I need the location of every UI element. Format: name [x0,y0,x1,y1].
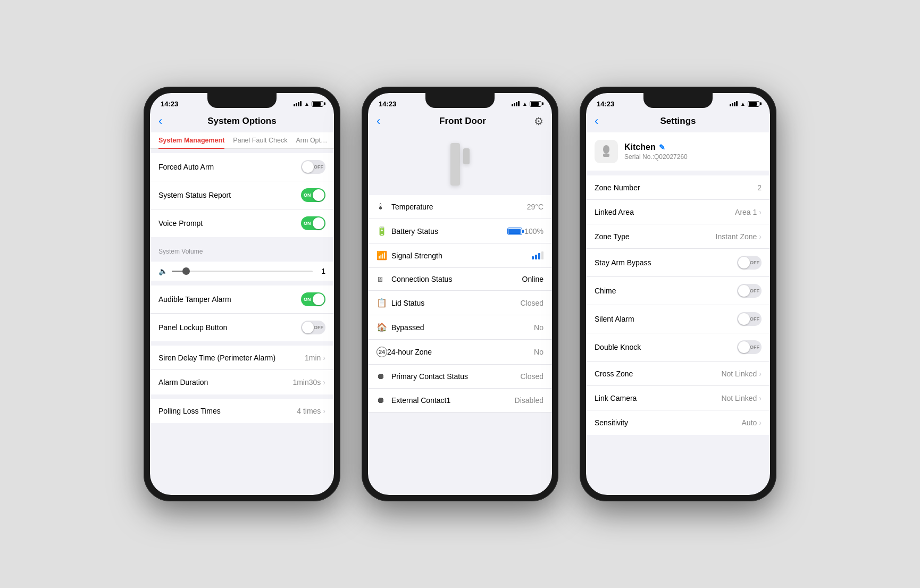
primary-contact-icon: ⏺ [377,372,391,381]
sensor-graphic-small [463,148,470,164]
row-zone-number: Zone Number 2 [586,175,770,200]
info-group-2: 🌡 Temperature 29°C 🔋 Battery Status 100% [368,195,552,413]
group-toggles-1: Forced Auto Arm OFF System Status Report… [150,153,334,237]
page-title-3: Settings [609,116,747,127]
battery-row-icon: 🔋 [377,226,391,236]
toggle-stay-arm-bypass[interactable]: OFF [737,256,762,270]
nav-bar-1: ‹ System Options [150,112,334,132]
row-sensitivity: Sensitivity Auto › [586,410,770,435]
content-1: Forced Auto Arm OFF System Status Report… [150,149,334,427]
volume-icon: 🔈 [158,267,168,275]
row-battery: 🔋 Battery Status 100% [368,219,552,243]
nav-bar-3: ‹ Settings [586,112,770,132]
label-stay-arm-bypass: Stay Arm Bypass [595,258,651,267]
bypass-icon: 🏠 [377,322,391,332]
row-voice-prompt: Voice Prompt ON [150,209,334,237]
toggle-chime[interactable]: OFF [737,284,762,298]
row-cross-zone: Cross Zone Not Linked › [586,362,770,386]
row-primary-contact: ⏺ Primary Contact Status Closed [368,365,552,389]
toggle-system-status[interactable]: ON [301,188,325,202]
tab-panel-fault[interactable]: Panel Fault Check [233,132,287,148]
toggle-double-knock[interactable]: OFF [737,340,762,354]
label-sensitivity: Sensitivity [595,418,628,427]
back-button-2[interactable]: ‹ [377,114,391,128]
device-icon [595,140,618,163]
value-battery: 100% [507,227,543,236]
row-silent-alarm: Silent Alarm OFF [586,305,770,333]
value-polling-loss[interactable]: 4 times › [297,407,325,415]
tab-system-management[interactable]: System Management [158,132,224,148]
toggle-audible-tamper[interactable]: ON [301,292,325,306]
wifi-icon-1: ▲ [304,101,310,107]
label-temperature: Temperature [391,203,527,211]
label-connection: Connection Status [391,275,522,283]
label-link-camera: Link Camera [595,394,637,402]
value-alarm-duration[interactable]: 1min30s › [292,378,325,387]
label-bypassed: Bypassed [391,323,534,332]
value-zone-type[interactable]: Instant Zone › [716,232,762,241]
label-lid: Lid Status [391,299,520,307]
label-double-knock: Double Knock [595,343,641,351]
label-panel-lockup: Panel Lockup Button [158,323,227,332]
back-button-3[interactable]: ‹ [595,114,609,128]
svg-rect-1 [603,154,609,157]
phone-1: 14:23 ▲ ‹ System Options Sy [144,87,340,501]
label-zone-type: Zone Type [595,232,630,241]
row-forced-auto-arm: Forced Auto Arm OFF [150,153,334,181]
notch-3 [643,93,713,108]
label-voice-prompt: Voice Prompt [158,219,203,228]
toggle-forced-auto-arm[interactable]: OFF [301,160,325,174]
label-alarm-duration: Alarm Duration [158,378,208,387]
label-audible-tamper: Audible Tamper Alarm [158,295,231,304]
row-linked-area: Linked Area Area 1 › [586,200,770,224]
label-primary-contact: Primary Contact Status [391,372,520,381]
row-external-contact: ⏺ External Contact1 Disabled [368,389,552,413]
scene: 14:23 ▲ ‹ System Options Sy [0,0,920,588]
row-bypassed: 🏠 Bypassed No [368,315,552,340]
external-contact-icon: ⏺ [377,396,391,405]
label-polling-loss: Polling Loss Times [158,407,221,415]
notch-2 [425,93,495,108]
label-24hour: 24-hour Zone [387,348,534,356]
row-audible-tamper: Audible Tamper Alarm ON [150,285,334,314]
time-3: 14:23 [597,100,614,108]
value-connection: Online [522,275,543,283]
row-double-knock: Double Knock OFF [586,333,770,362]
tab-arm-opt[interactable]: Arm Opt… [296,132,328,148]
value-cross-zone[interactable]: Not Linked › [721,369,762,378]
signal-icon-2 [512,101,520,106]
tabs-1: System Management Panel Fault Check Arm … [150,132,334,149]
row-zone-type: Zone Type Instant Zone › [586,224,770,249]
value-primary-contact: Closed [520,372,543,381]
row-siren-delay: Siren Delay Time (Perimeter Alarm) 1min … [150,346,334,370]
status-icons-3: ▲ [730,101,759,107]
time-2: 14:23 [379,100,396,108]
value-24hour: No [534,348,543,356]
value-lid: Closed [520,299,543,307]
page-title-2: Front Door [391,116,534,127]
value-linked-area[interactable]: Area 1 › [735,208,762,216]
wifi-icon-3: ▲ [740,101,746,107]
volume-slider[interactable] [172,271,313,272]
label-system-status: System Status Report [158,191,231,199]
device-info: Kitchen ✎ Serial No.:Q02027260 [624,142,762,161]
label-external-contact: External Contact1 [391,396,515,405]
sensor-graphic-main [450,143,460,186]
edit-icon[interactable]: ✎ [659,143,665,152]
battery-icon-1 [312,101,323,107]
toggle-voice-prompt[interactable]: ON [301,216,325,230]
value-sensitivity[interactable]: Auto › [742,418,762,427]
back-button-1[interactable]: ‹ [158,114,173,128]
gear-button-2[interactable]: ⚙ [534,115,543,128]
toggle-silent-alarm[interactable]: OFF [737,312,762,326]
label-cross-zone: Cross Zone [595,369,633,378]
value-siren-delay[interactable]: 1min › [305,354,325,362]
notch-1 [207,93,277,108]
battery-icon-2 [530,101,541,107]
signal-row-icon: 📶 [377,250,391,261]
label-chime: Chime [595,287,616,295]
value-signal [532,251,543,259]
toggle-panel-lockup[interactable]: OFF [301,321,325,334]
label-forced-auto-arm: Forced Auto Arm [158,163,214,171]
value-link-camera[interactable]: Not Linked › [721,394,762,402]
